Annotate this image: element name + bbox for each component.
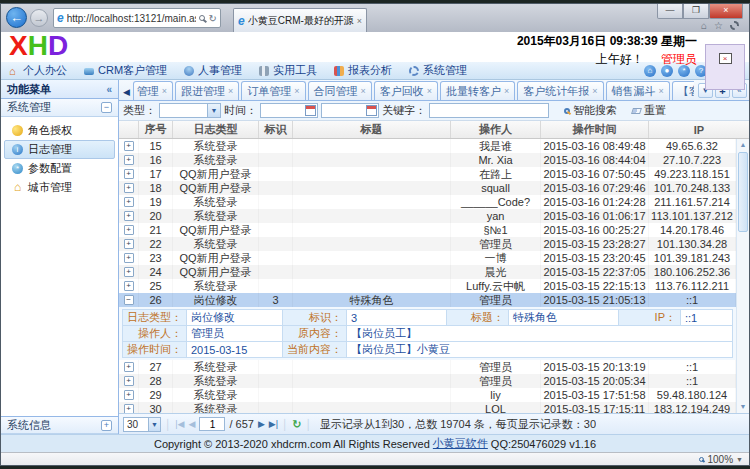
refresh-icon[interactable]: ↻ xyxy=(292,418,301,431)
sidebar-item-日志管理[interactable]: i日志管理 xyxy=(4,140,115,159)
keyword-field[interactable] xyxy=(430,104,548,117)
table-row[interactable]: +21QQ新用户登录§№12015-03-16 00:25:2714.20.17… xyxy=(119,223,736,237)
expand-row-icon[interactable]: + xyxy=(124,211,134,221)
smart-search-button[interactable]: 智能搜索 xyxy=(564,103,617,118)
menu-item-报表分析[interactable]: 报表分析 xyxy=(334,63,392,78)
accordion-collapse-icon[interactable]: − xyxy=(101,102,112,113)
username-link[interactable]: 管理员 xyxy=(661,52,697,66)
date-from-input[interactable] xyxy=(260,103,318,118)
window-minimize-button[interactable]: — xyxy=(657,4,683,19)
tab-close-icon[interactable]: × xyxy=(228,86,233,96)
favorites-star-icon[interactable]: ☆ xyxy=(714,20,723,31)
menu-item-人事管理[interactable]: 人事管理 xyxy=(184,63,242,78)
table-row[interactable]: +29系统登录liy2015-03-15 17:51:5859.48.180.1… xyxy=(119,388,736,402)
column-header-operator[interactable]: 操作人 xyxy=(451,121,541,138)
menu-item-系统管理[interactable]: 系统管理 xyxy=(409,63,467,78)
browser-back-button[interactable]: ← xyxy=(6,7,27,28)
table-row[interactable]: +23QQ新用户登录一博2015-03-15 23:20:45101.39.18… xyxy=(119,251,736,265)
tab-close-icon[interactable]: × xyxy=(504,86,509,96)
scrollbar-thumb[interactable] xyxy=(738,152,748,232)
table-row[interactable]: +18QQ新用户登录squall2015-03-16 07:29:46101.7… xyxy=(119,181,736,195)
zoom-dropdown-icon[interactable]: ▼ xyxy=(736,456,743,463)
expand-row-icon[interactable]: + xyxy=(124,404,134,413)
menu-item-CRM客户管理[interactable]: CRM客户管理 xyxy=(84,63,167,78)
tab-close-icon[interactable]: × xyxy=(162,86,167,96)
table-row[interactable]: +16系统登录Mr. Xia2015-03-16 08:44:0427.10.7… xyxy=(119,153,736,167)
column-header-time[interactable]: 操作时间 xyxy=(541,121,649,138)
type-filter-select[interactable]: ▼ xyxy=(159,103,221,118)
table-scrollbar[interactable]: ▲ ▼ xyxy=(736,139,749,413)
expand-row-icon[interactable]: + xyxy=(124,267,134,277)
accordion-system-mgmt[interactable]: 系统管理 − xyxy=(1,99,118,117)
column-header-ip[interactable]: IP xyxy=(649,121,749,138)
scroll-down-icon[interactable]: ▼ xyxy=(737,401,749,413)
tab-客户统计年报[interactable]: 客户统计年报× xyxy=(517,81,603,100)
table-row[interactable]: +27系统登录管理员2015-03-15 20:13:19::1 xyxy=(119,360,736,374)
table-row[interactable]: +28系统登录管理员2015-03-15 20:05:34::1 xyxy=(119,374,736,388)
date-to-input[interactable] xyxy=(321,103,379,118)
page-size-select[interactable]: 30 ▼ xyxy=(123,417,161,432)
expand-row-icon[interactable]: + xyxy=(124,376,134,386)
tab-close-icon[interactable]: × xyxy=(659,86,664,96)
table-row[interactable]: +20系统登录yan2015-03-16 01:06:17113.101.137… xyxy=(119,209,736,223)
expand-row-icon[interactable]: + xyxy=(124,141,134,151)
sidebar-item-参数配置[interactable]: *参数配置 xyxy=(4,159,115,178)
table-row[interactable]: −26岗位修改3特殊角色管理员2015-03-15 21:05:13::1 xyxy=(119,293,736,307)
table-row[interactable]: +22系统登录管理员2015-03-15 23:28:27101.130.34.… xyxy=(119,237,736,251)
tab-close-icon[interactable]: × xyxy=(294,86,299,96)
next-page-button[interactable]: ▶ xyxy=(258,419,265,429)
first-page-button[interactable]: |◀ xyxy=(175,419,184,429)
refresh-icon[interactable]: ↻ xyxy=(209,13,217,24)
tab-close-icon[interactable]: × xyxy=(361,86,366,96)
tab-close-icon[interactable]: × xyxy=(427,86,432,96)
prev-page-button[interactable]: ◀ xyxy=(189,419,196,429)
address-bar[interactable]: e http://localhost:13121/main.aspx ↻ xyxy=(53,8,221,28)
date-to-field[interactable] xyxy=(322,104,366,117)
tab-【客户】新增[interactable]: 【客户】新增× xyxy=(672,81,694,100)
zoom-level-text[interactable]: 100% xyxy=(707,454,733,465)
menu-item-个人办公[interactable]: ⌂个人办公 xyxy=(9,63,67,78)
last-page-button[interactable]: ▶| xyxy=(269,419,278,429)
window-close-button[interactable]: × xyxy=(709,4,743,19)
sidebar-collapse-icon[interactable]: « xyxy=(106,84,112,95)
page-number-input[interactable] xyxy=(199,417,225,431)
table-row[interactable]: +30系统登录LOL2015-03-15 17:15:11183.12.194.… xyxy=(119,402,736,413)
tab-销售漏斗[interactable]: 销售漏斗× xyxy=(606,81,670,100)
expand-row-icon[interactable]: + xyxy=(124,225,134,235)
table-row[interactable]: +17QQ新用户登录在路上2015-03-16 07:50:4549.223.1… xyxy=(119,167,736,181)
tab-close-icon[interactable]: × xyxy=(592,86,597,96)
tabs-scroll-left-icon[interactable]: ◀ xyxy=(120,84,133,100)
table-row[interactable]: +15系统登录我是谁2015-03-16 08:49:4849.65.6.32 xyxy=(119,139,736,153)
expand-row-icon[interactable]: + xyxy=(124,169,134,179)
table-row[interactable]: +24QQ新用户登录晨光2015-03-15 22:37:05180.106.2… xyxy=(119,265,736,279)
tab-跟进管理[interactable]: 跟进管理× xyxy=(175,81,239,100)
browser-forward-button[interactable]: → xyxy=(30,9,48,27)
column-header-seq[interactable]: 序号 xyxy=(139,121,173,138)
sidebar-item-城市管理[interactable]: ⌂城市管理 xyxy=(4,178,115,197)
tab-合同管理[interactable]: 合同管理× xyxy=(308,81,372,100)
accordion-expand-icon[interactable]: + xyxy=(101,420,112,431)
expand-row-icon[interactable]: + xyxy=(124,239,134,249)
tab-客户回收[interactable]: 客户回收× xyxy=(374,81,438,100)
sidebar-item-角色授权[interactable]: 角色授权 xyxy=(4,121,115,140)
search-icon[interactable] xyxy=(199,15,205,21)
column-header-flag[interactable]: 标识 xyxy=(259,121,293,138)
tab-管理[interactable]: 管理× xyxy=(133,81,173,100)
reset-button[interactable]: 重置 xyxy=(632,103,666,118)
column-header-title[interactable]: 标题 xyxy=(293,121,451,138)
home-icon[interactable]: ⌂ xyxy=(701,20,707,31)
browser-tab[interactable]: e 小黄豆CRM-最好的开源免... × xyxy=(233,8,367,32)
scroll-up-icon[interactable]: ▲ xyxy=(737,139,749,151)
zoom-magnifier-icon[interactable] xyxy=(699,457,704,462)
expand-row-icon[interactable]: + xyxy=(124,183,134,193)
expand-row-icon[interactable]: + xyxy=(124,390,134,400)
xhd-software-link[interactable]: 小黄豆软件 xyxy=(433,436,488,451)
expand-row-icon[interactable]: + xyxy=(124,253,134,263)
tab-批量转客户[interactable]: 批量转客户× xyxy=(440,81,515,100)
tab-close-icon[interactable]: × xyxy=(357,16,362,26)
table-row[interactable]: +19系统登录______Code?2015-03-16 01:24:28211… xyxy=(119,195,736,209)
expand-row-icon[interactable]: + xyxy=(124,155,134,165)
url-text[interactable]: http://localhost:13121/main.aspx xyxy=(67,13,196,24)
collapse-row-icon[interactable]: − xyxy=(124,295,134,305)
table-row[interactable]: +25系统登录Luffy.云中帆2015-03-15 22:15:13113.7… xyxy=(119,279,736,293)
